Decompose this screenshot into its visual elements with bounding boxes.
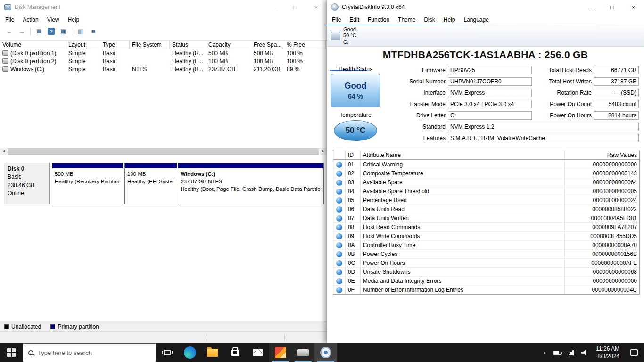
battery-icon[interactable] <box>553 351 561 355</box>
smart-attribute: Critical Warning <box>361 160 565 169</box>
search-input[interactable] <box>38 349 141 356</box>
disk0-status: Online <box>8 189 46 197</box>
legend-primary-partition: Primary partition <box>50 323 99 330</box>
drive-tab-c[interactable]: Good 50 °C C: <box>330 26 367 45</box>
menu-view[interactable]: View <box>43 15 64 25</box>
smart-raw-value: 00000000000AFE <box>565 259 639 267</box>
crystaldiskinfo-title: CrystalDiskInfo 9.3.0 x64 <box>342 4 405 10</box>
disk0-name: Disk 0 <box>8 165 46 173</box>
volume-icon[interactable] <box>581 350 587 355</box>
menu-disk[interactable]: Disk <box>420 15 439 25</box>
menu-theme[interactable]: Theme <box>394 15 420 25</box>
status-cell: Healthy (B... <box>170 66 206 73</box>
store-taskbar-button[interactable] <box>224 343 247 362</box>
forward-icon[interactable]: → <box>17 28 26 35</box>
menu-file[interactable]: File <box>328 15 345 25</box>
partition-efi[interactable]: 100 MB Healthy (EFI System Partition) <box>124 163 177 204</box>
status-good-icon <box>336 171 342 177</box>
file-explorer-taskbar-button[interactable] <box>201 343 224 362</box>
app-taskbar-button[interactable] <box>269 343 292 362</box>
health-status-value: Good <box>345 81 367 91</box>
crystaldiskinfo-titlebar[interactable]: CrystalDiskInfo 9.3.0 x64 – □ × <box>327 0 644 14</box>
smart-raw-value: 00000000008A70 <box>565 241 639 249</box>
column-header-pct-free[interactable]: % Free <box>284 41 326 49</box>
health-status-box[interactable]: Good 64 % <box>331 74 380 107</box>
views-icon[interactable]: ▦ <box>59 28 67 35</box>
maximize-button[interactable]: □ <box>284 0 305 14</box>
help-icon[interactable]: ? <box>48 28 55 35</box>
volume-row[interactable]: Windows (C:) Simple Basic NTFS Healthy (… <box>0 65 327 73</box>
menu-language[interactable]: Language <box>459 15 493 25</box>
close-button[interactable]: × <box>305 0 327 14</box>
console-tree-icon[interactable]: ▤ <box>35 28 43 35</box>
smart-row: 0FNumber of Error Information Log Entrie… <box>333 285 639 294</box>
menu-action[interactable]: Action <box>18 15 42 25</box>
network-icon[interactable] <box>569 350 574 355</box>
export-list-icon[interactable]: ▥ <box>76 28 85 35</box>
scroll-right-icon[interactable]: ► <box>319 148 327 155</box>
column-header-free-space[interactable]: Free Spa... <box>251 41 284 49</box>
menu-help[interactable]: Help <box>439 15 460 25</box>
status-good-icon <box>336 278 342 284</box>
menu-edit[interactable]: Edit <box>345 15 363 25</box>
smart-raw-value: 00000004A5FD81 <box>565 214 639 222</box>
taskbar-search[interactable] <box>23 343 156 362</box>
start-button[interactable] <box>0 343 23 362</box>
hidden-icons-chevron[interactable]: ∧ <box>543 350 546 355</box>
minimize-button[interactable]: – <box>580 0 602 14</box>
partition-legend: Unallocated Primary partition <box>0 321 327 331</box>
disk-management-toolbar: ← → ▤ ? ▦ ▥ ≡ <box>0 25 327 38</box>
back-icon[interactable]: ← <box>5 28 13 35</box>
volume-row[interactable]: (Disk 0 partition 2) Simple Basic Health… <box>0 57 327 65</box>
taskbar-clock[interactable]: 11:26 AM 8/8/2024 <box>591 343 624 362</box>
smart-id: 03 <box>346 178 361 187</box>
smart-raw-value: 0000000000156B <box>565 250 639 258</box>
column-header-capacity[interactable]: Capacity <box>206 41 251 49</box>
smart-attribute: Percentage Used <box>361 196 565 205</box>
minimize-button[interactable]: – <box>263 0 284 14</box>
crystaldiskinfo-app-icon <box>331 3 339 11</box>
column-header-type[interactable]: Type <box>100 41 130 49</box>
smart-attribute: Composite Temperature <box>361 169 565 178</box>
partition-recovery[interactable]: 500 MB Healthy (Recovery Partition) <box>52 163 123 204</box>
horizontal-scrollbar[interactable]: ◄ ► <box>0 148 327 155</box>
menu-function[interactable]: Function <box>363 15 394 25</box>
legend-unallocated: Unallocated <box>4 323 41 330</box>
partition-windows-c[interactable]: Windows (C:) 237.87 GB NTFS Healthy (Boo… <box>178 163 324 204</box>
task-view-button[interactable] <box>156 343 179 362</box>
disk-management-taskbar-button[interactable] <box>292 343 314 362</box>
capacity-cell: 500 MB <box>206 50 251 57</box>
column-header-status[interactable]: Status <box>170 41 206 49</box>
file-system-cell: NTFS <box>130 66 170 73</box>
status-cell: Healthy (R... <box>170 50 206 57</box>
health-status-label: Health Status <box>331 66 380 73</box>
menu-file[interactable]: File <box>1 15 18 25</box>
mail-taskbar-button[interactable] <box>247 343 269 362</box>
column-header-file-system[interactable]: File System <box>130 41 170 49</box>
action-center-button[interactable] <box>624 343 644 362</box>
volume-icon <box>2 66 8 72</box>
smart-id: 05 <box>346 196 361 205</box>
column-header-volume[interactable]: Volume <box>0 41 66 49</box>
free-space-cell: 500 MB <box>251 50 284 57</box>
volume-row[interactable]: (Disk 0 partition 1) Simple Basic Health… <box>0 49 327 57</box>
status-good-icon <box>336 180 342 186</box>
column-header-layout[interactable]: Layout <box>66 41 100 49</box>
capacity-cell: 237.87 GB <box>206 66 251 73</box>
smart-row: 02Composite Temperature00000000000143 <box>333 169 639 178</box>
scrollbar-thumb[interactable] <box>8 148 319 155</box>
disk-management-titlebar[interactable]: Disk Management – □ × <box>0 0 327 14</box>
edge-taskbar-button[interactable] <box>179 343 201 362</box>
menu-help[interactable]: Help <box>64 15 84 25</box>
volume-cell: (Disk 0 partition 1) <box>0 50 66 57</box>
crystaldiskinfo-taskbar-button[interactable] <box>314 343 337 362</box>
disk0-header[interactable]: Disk 0 Basic 238.46 GB Online <box>4 163 50 204</box>
scroll-left-icon[interactable]: ◄ <box>0 148 8 155</box>
status-good-icon <box>336 189 342 195</box>
action-pane-icon[interactable]: ≡ <box>89 28 98 35</box>
partition-color-bar <box>178 163 323 168</box>
disk-drive-icon <box>297 349 309 356</box>
status-good-icon <box>336 233 342 239</box>
maximize-button[interactable]: □ <box>602 0 623 14</box>
close-button[interactable]: × <box>623 0 644 14</box>
